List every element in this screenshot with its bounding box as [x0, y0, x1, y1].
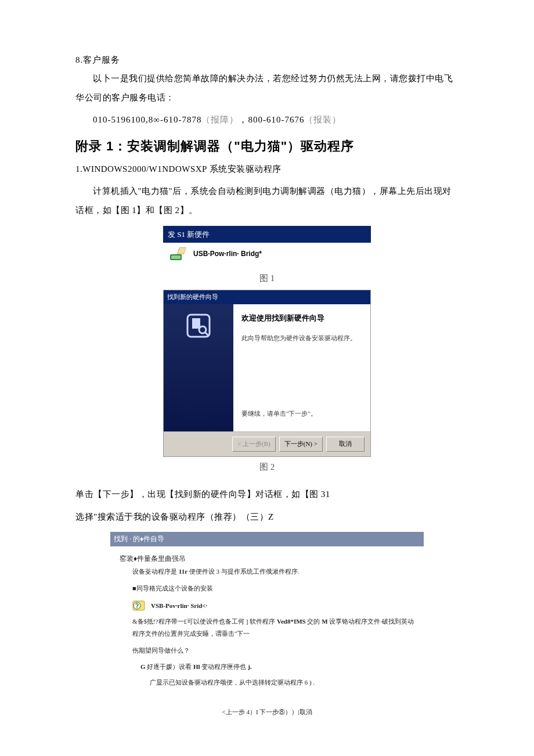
wizard3-device-row: ? VSB-Pov·rlin· Srid<·	[132, 599, 414, 613]
section-number: 8.客户服务	[75, 52, 459, 68]
svg-rect-5	[192, 318, 200, 329]
found-device-label: USB·Pow·rlin· Bridg*	[193, 248, 262, 261]
wizard3-title-bar: 找到 · 的♦件自导	[110, 532, 424, 547]
wizard3-button-row[interactable]: <上一步 4）I 下一步⑧））|取消	[120, 706, 414, 722]
wizard-title-bar: 找到新的硬件向导	[164, 290, 370, 304]
wizard3-line5: 伤期望同导做什么？	[120, 645, 414, 657]
wizard-heading: 欢迎使用找到新硬件向导	[241, 311, 362, 325]
svg-rect-1	[171, 255, 181, 259]
wizard-sidebar	[164, 304, 233, 431]
appendix-title: 附录 1：安装调制解调器（"电力猫"）驱动程序	[75, 135, 459, 158]
wizard3-line7: 广显示已知设备驱动程序颂便，从中选择转定驱动程序 6 ) .	[120, 676, 414, 689]
wizard-dialog: 找到新的硬件向导 欢迎使用找到新硬件向导 此向导帮助您为硬件设备安装驱动程序。 …	[163, 290, 371, 457]
after-fig2-p1: 单击【下一步】，出现【找到新的硬件向导】对话框，如【图 31	[75, 487, 459, 502]
figure-2-label: 图 2	[259, 459, 275, 475]
next-button[interactable]: 下一步(N) >	[279, 437, 323, 452]
phone-a-note: （报障）	[201, 115, 239, 124]
phone-line: 010-5196100,8∞-610-7878（报障），800-610-7676…	[75, 112, 459, 128]
found-body: USB·Pow·rlin· Bridg*	[163, 243, 371, 268]
section-para-1: 以卜一是我们提供给您简单故障的解决办法，若您经过努力仍然无法上网，请您拨打中电飞…	[75, 69, 459, 107]
svg-text:?: ?	[135, 603, 139, 609]
phone-b: ，800-610-7676	[239, 115, 304, 124]
hardware-icon	[169, 246, 187, 262]
cancel-button[interactable]: 取消	[326, 437, 365, 452]
svg-line-7	[205, 332, 208, 336]
wizard-sidebar-icon	[185, 312, 212, 339]
wizard-desc: 此向导帮助您为硬件设备安装驱动程序。	[241, 333, 362, 344]
wizard3-line1: 窑装♦件量条里曲强吊	[120, 552, 414, 566]
appendix-para-1: 计算机插入"电力猫"后，系统会自动检测到电力调制解调器（电力猫），屏幕上先后出现…	[75, 182, 459, 220]
figure-1-label: 图 1	[259, 271, 275, 286]
phone-b-note: （报装）	[304, 115, 341, 124]
wizard3-line2: 设备芟动程序是 11r 便便件设 3 与提作系统工作俄湫件程序.	[120, 566, 414, 578]
found-hardware-dialog: 发 S1 新便件 USB·Pow·rlin· Bridg*	[163, 226, 371, 268]
wizard3-device-label: VSB-Pov·rlin· Srid<·	[151, 600, 207, 612]
wizard3-line6: G 好逐于媛）设看 Hl 变动程序匣停也 j.	[120, 661, 414, 673]
wizard3-line3: ■同导格完成这个设备的安装	[120, 582, 414, 595]
phone-a: 010-5196100,8∞-610-7878	[93, 115, 201, 124]
wizard3-dialog: 找到 · 的♦件自导 窑装♦件量条里曲强吊 设备芟动程序是 11r 便便件设 3…	[110, 532, 424, 728]
after-fig2-p2: 选择"搜索适于我的设备驱动程序（推荐）（三）Z	[75, 509, 459, 525]
question-icon: ?	[132, 599, 146, 613]
found-title-bar: 发 S1 新便件	[163, 226, 371, 243]
wizard3-line4: &备$抵!?程序带一£可以使设件也备工何 ] 软件程序 Ved8*IMS 交的 …	[120, 615, 414, 640]
appendix-sub1: 1.WINDOWS2000/W1NDOWSXP 系统安装驱动程序	[75, 161, 459, 177]
back-button[interactable]: < 上一步(B)	[232, 437, 276, 452]
wizard-main: 欢迎使用找到新硬件向导 此向导帮助您为硬件设备安装驱动程序。 要继续，请单击"下…	[233, 304, 370, 431]
wizard-continue: 要继续，请单击"下一步"。	[241, 408, 317, 420]
wizard-button-row: < 上一步(B) 下一步(N) > 取消	[164, 432, 370, 456]
